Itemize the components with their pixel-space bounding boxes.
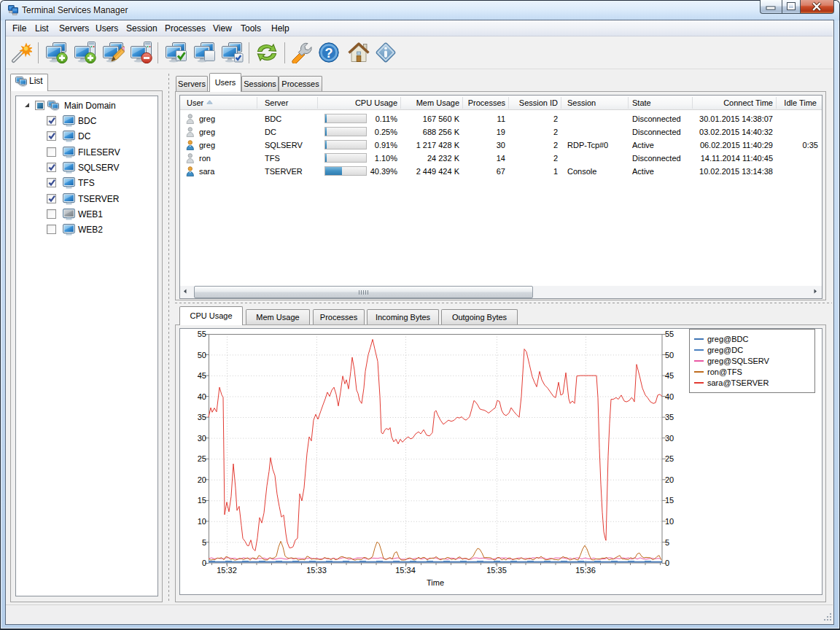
- svg-text:Time: Time: [427, 578, 444, 587]
- svg-text:55: 55: [198, 330, 206, 338]
- svg-text:10: 10: [198, 517, 206, 526]
- svg-text:0: 0: [202, 559, 206, 567]
- svg-text:15: 15: [665, 496, 674, 505]
- svg-text:?: ?: [325, 46, 333, 61]
- svg-text:0: 0: [665, 559, 669, 567]
- svg-text:40: 40: [198, 392, 206, 401]
- svg-text:45: 45: [665, 371, 674, 380]
- svg-text:15:35: 15:35: [486, 566, 507, 575]
- svg-text:5: 5: [665, 538, 669, 547]
- svg-text:10: 10: [665, 517, 674, 526]
- svg-text:20: 20: [198, 475, 206, 484]
- svg-text:15:33: 15:33: [306, 566, 327, 575]
- svg-text:20: 20: [665, 475, 674, 484]
- svg-text:15: 15: [198, 496, 206, 505]
- svg-text:50: 50: [198, 351, 206, 359]
- svg-text:15:36: 15:36: [575, 566, 596, 575]
- svg-text:15:32: 15:32: [217, 566, 237, 575]
- svg-text:15:34: 15:34: [395, 566, 416, 575]
- svg-text:30: 30: [665, 434, 674, 443]
- svg-text:25: 25: [198, 454, 206, 463]
- svg-text:40: 40: [665, 392, 674, 401]
- svg-text:35: 35: [198, 413, 206, 421]
- svg-text:30: 30: [198, 434, 206, 443]
- svg-text:35: 35: [665, 413, 674, 421]
- svg-text:45: 45: [198, 371, 206, 380]
- svg-text:55: 55: [665, 330, 674, 338]
- svg-text:5: 5: [202, 538, 206, 547]
- svg-text:25: 25: [665, 454, 674, 463]
- svg-text:50: 50: [665, 351, 674, 359]
